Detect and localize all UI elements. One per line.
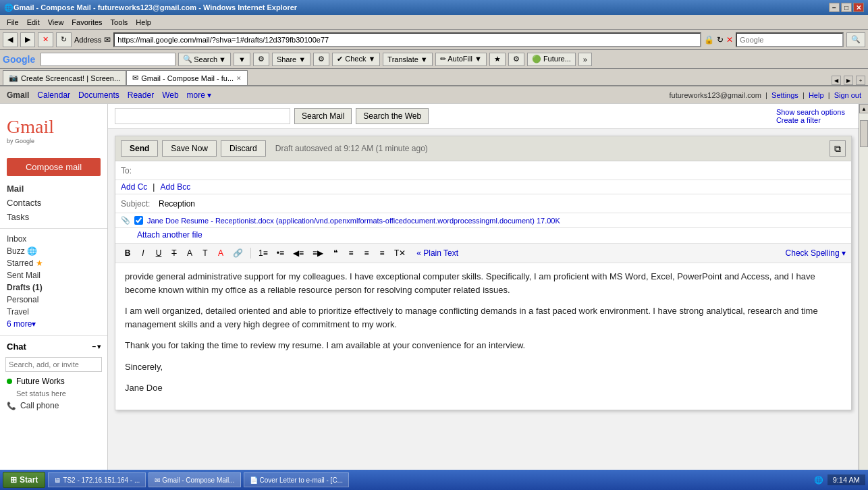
sign-out-link[interactable]: Sign out [834, 91, 861, 99]
sidebar-item-tasks[interactable]: Tasks [0, 210, 107, 224]
star-button[interactable]: ★ [489, 53, 506, 66]
nav-calendar[interactable]: Calendar [37, 90, 70, 100]
font-button[interactable]: A [183, 246, 196, 260]
email-body[interactable]: provide general administrative support f… [115, 263, 851, 410]
chat-collapse-btn[interactable]: – [92, 343, 96, 350]
tab-close-icon[interactable]: ✕ [236, 75, 242, 82]
toolbar-icon1[interactable]: ⚙ [313, 53, 329, 66]
menu-view[interactable]: View [44, 17, 68, 28]
ordered-list-button[interactable]: 1≡ [255, 246, 271, 260]
chat-contact-futureworks[interactable]: Future Works [0, 375, 107, 388]
chat-header[interactable]: Chat – ▾ [0, 339, 107, 354]
toolbar-gear-button[interactable]: ⚙ [508, 53, 524, 66]
stop-button[interactable]: ✕ [38, 32, 53, 47]
gmail-search-input[interactable] [115, 108, 290, 124]
chat-options-btn[interactable]: ▾ [97, 343, 101, 350]
toolbar-more-button[interactable]: » [578, 53, 592, 66]
maximize-button[interactable]: □ [841, 3, 852, 12]
discard-button[interactable]: Discard [221, 140, 266, 157]
nav-documents[interactable]: Documents [78, 90, 119, 100]
scroll-thumb[interactable] [860, 120, 868, 147]
toolbar-options-button[interactable]: ▼ [234, 53, 250, 66]
to-input[interactable] [159, 165, 846, 177]
taskbar-item-cover[interactable]: 📄 Cover Letter to e-mail - [C... [244, 472, 349, 487]
italic-button[interactable]: I [136, 246, 150, 260]
menu-tools[interactable]: Tools [107, 17, 132, 28]
search-web-button[interactable]: Search the Web [356, 108, 429, 124]
outdent-button[interactable]: ◀≡ [290, 246, 307, 260]
sidebar-item-sent[interactable]: Sent Mail [0, 269, 107, 281]
sidebar-item-contacts[interactable]: Contacts [0, 196, 107, 210]
attach-another-link[interactable]: Attach another file [137, 230, 202, 240]
nav-reader[interactable]: Reader [128, 90, 154, 100]
toolbar-settings-button[interactable]: ⚙ [253, 53, 269, 66]
menu-file[interactable]: File [3, 17, 23, 28]
tab-scroll-right[interactable]: ▶ [844, 76, 853, 85]
future-button[interactable]: 🟢 Future... [527, 53, 576, 66]
translate-button[interactable]: Translate ▼ [383, 53, 432, 66]
taskbar-item-gmail[interactable]: ✉ Gmail - Compose Mail... [148, 472, 240, 487]
forward-button[interactable]: ▶ [20, 32, 35, 47]
unordered-list-button[interactable]: •≡ [273, 246, 288, 260]
sidebar-item-inbox[interactable]: Inbox [0, 233, 107, 245]
strikethrough-button[interactable]: T [167, 246, 181, 260]
close-button[interactable]: ✕ [853, 3, 864, 12]
tab-screencast[interactable]: 📷 Create Screencast! | Screen... [3, 70, 126, 85]
autofill-button[interactable]: ✏ AutoFill ▼ [435, 53, 487, 66]
color-button[interactable]: A [214, 246, 227, 260]
underline-button[interactable]: U [152, 246, 165, 260]
attachment-checkbox[interactable] [134, 216, 143, 225]
bold-button[interactable]: B [121, 246, 134, 260]
refresh-button[interactable]: ↻ [56, 32, 72, 47]
menu-favorites[interactable]: Favorites [67, 17, 106, 28]
tab-scroll-left[interactable]: ◀ [832, 76, 841, 85]
align-center-button[interactable]: ≡ [360, 246, 373, 260]
minimize-button[interactable]: − [829, 3, 840, 12]
address-bar-input[interactable] [113, 32, 701, 47]
attachment-link[interactable]: Jane Doe Resume - Receptionist.docx (app… [147, 217, 560, 225]
search-mail-button[interactable]: Search Mail [294, 108, 352, 124]
start-button[interactable]: ⊞ Start [3, 472, 45, 488]
nav-web[interactable]: Web [162, 90, 178, 100]
back-button[interactable]: ◀ [3, 32, 18, 47]
align-left-button[interactable]: ≡ [344, 246, 358, 260]
share-button[interactable]: Share ▼ [272, 53, 310, 66]
link-button[interactable]: 🔗 [229, 246, 246, 260]
taskbar-item-ts2[interactable]: 🖥 TS2 - 172.16.151.164 - ... [48, 472, 146, 487]
tab-gmail-compose[interactable]: ✉ Gmail - Compose Mail - fu... ✕ [126, 70, 248, 85]
call-phone-link[interactable]: 📞 Call phone [0, 399, 107, 412]
google-search-button[interactable]: 🔍 Search ▼ [178, 53, 231, 66]
google-search-input[interactable] [40, 53, 175, 66]
tab-new[interactable]: + [856, 76, 865, 85]
compose-mail-button[interactable]: Compose mail [7, 158, 101, 176]
subject-input[interactable] [159, 198, 846, 210]
compose-window-icon[interactable]: ⧉ [830, 140, 846, 157]
check-button[interactable]: ✔ Check ▼ [332, 53, 380, 66]
scroll-up-btn[interactable]: ▲ [859, 104, 868, 113]
plain-text-link[interactable]: « Plain Text [416, 248, 458, 258]
menu-edit[interactable]: Edit [23, 17, 44, 28]
sidebar-item-drafts[interactable]: Drafts (1) [0, 281, 107, 294]
nav-more[interactable]: more ▾ [187, 90, 212, 100]
add-cc-link[interactable]: Add Cc [121, 182, 147, 192]
sidebar-item-buzz[interactable]: Buzz 🌐 [0, 245, 107, 257]
save-now-button[interactable]: Save Now [162, 140, 217, 157]
sidebar-more-labels[interactable]: 6 more▾ [0, 318, 107, 330]
sidebar-item-personal[interactable]: Personal [0, 294, 107, 306]
search-engine-input[interactable] [736, 32, 844, 47]
align-right-button[interactable]: ≡ [375, 246, 389, 260]
create-filter-link[interactable]: Create a filter [776, 116, 821, 124]
chat-search-input[interactable] [5, 357, 102, 372]
nav-gmail[interactable]: Gmail [7, 90, 29, 100]
quote-button[interactable]: ❝ [329, 246, 342, 260]
check-spelling-link[interactable]: Check Spelling ▾ [786, 248, 846, 258]
show-search-options-link[interactable]: Show search options [776, 108, 845, 116]
search-engine-btn[interactable]: 🔍 [846, 32, 865, 47]
sidebar-item-mail[interactable]: Mail [0, 182, 107, 196]
sidebar-item-starred[interactable]: Starred ★ [0, 257, 107, 269]
font-size-button[interactable]: T [198, 246, 212, 260]
indent-button[interactable]: ≡▶ [309, 246, 327, 260]
help-link[interactable]: Help [809, 91, 824, 99]
set-status-link[interactable]: Set status here [0, 388, 107, 399]
sidebar-item-travel[interactable]: Travel [0, 306, 107, 318]
